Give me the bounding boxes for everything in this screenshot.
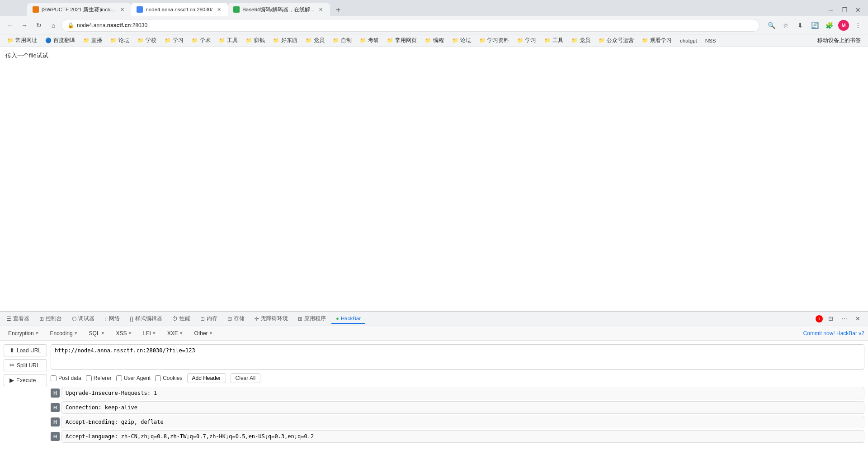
user-agent-checkbox-label[interactable]: User Agent (116, 375, 151, 381)
devtools-tab-performance[interactable]: ⏱ 性能 (168, 313, 195, 324)
devtools-tab-console[interactable]: ⊞ 控制台 (35, 313, 66, 324)
devtools-close-button[interactable]: ✕ (852, 313, 863, 325)
home-button[interactable]: ⌂ (47, 19, 60, 32)
devtools-more-button[interactable]: ⋯ (838, 313, 850, 325)
url-input[interactable] (51, 344, 864, 370)
bookmark-item-6[interactable]: 📁 学术 (188, 36, 214, 45)
devtools-tab-hackbar[interactable]: ● HackBar (331, 314, 365, 324)
bookmark-item-15[interactable]: 📁 论坛 (448, 36, 475, 45)
header-input-2[interactable] (61, 416, 864, 428)
referer-checkbox-label[interactable]: Referer (86, 375, 112, 381)
bookmark-item-20[interactable]: 📁 公众号运营 (595, 36, 637, 45)
lens-button[interactable]: 🔍 (765, 19, 778, 32)
tab-base64[interactable]: Base64编码/解码器，在线解... ✕ (228, 3, 330, 16)
bookmark-label-18: 工具 (552, 37, 563, 44)
header-input-0[interactable] (61, 387, 864, 399)
close-button[interactable]: ✕ (852, 4, 864, 16)
tab-close-1[interactable]: ✕ (118, 6, 126, 13)
bookmark-item-21[interactable]: 📁 观看学习 (638, 36, 675, 45)
cookies-checkbox-label[interactable]: Cookies (155, 375, 182, 381)
forward-button[interactable]: → (18, 19, 31, 32)
profile-area[interactable]: M (837, 19, 850, 32)
bookmark-label-22: chatgpt (680, 38, 697, 43)
devtools-tab-memory[interactable]: ⊡ 内存 (196, 313, 222, 324)
bookmark-item-17[interactable]: 📁 学习 (514, 36, 540, 45)
bookmark-label-12: 考研 (368, 37, 379, 44)
cookies-checkbox[interactable] (155, 375, 161, 381)
devtools-tab-storage[interactable]: ⊟ 存储 (223, 313, 249, 324)
restore-button[interactable]: ❐ (838, 4, 851, 16)
lfi-arrow: ▼ (152, 331, 156, 336)
console-icon: ⊞ (39, 316, 44, 322)
hackbar-menu-xxe[interactable]: XXE ▼ (163, 328, 188, 338)
more-button[interactable]: ⋮ (852, 19, 864, 32)
style-editor-icon: {} (130, 316, 133, 322)
sql-label: SQL (89, 330, 100, 337)
bookmark-item-3[interactable]: 📁 论坛 (107, 36, 133, 45)
star-button[interactable]: ☆ (779, 19, 792, 32)
hackbar-menu-lfi[interactable]: LFI ▼ (138, 328, 160, 338)
devtools-tab-debugger[interactable]: ⬡ 调试器 (67, 313, 99, 324)
hackbar-menu-sql[interactable]: SQL ▼ (85, 328, 110, 338)
hackbar-menu-other[interactable]: Other ▼ (190, 328, 218, 338)
bookmark-item-8[interactable]: 📁 赚钱 (242, 36, 269, 45)
extensions-button[interactable]: 🧩 (823, 19, 835, 32)
hackbar-menu-xss[interactable]: XSS ▼ (111, 328, 137, 338)
header-row-2: H (51, 416, 864, 428)
devtools-tab-accessibility[interactable]: ✛ 无障碍环境 (250, 313, 292, 324)
header-input-1[interactable] (61, 401, 864, 414)
post-data-checkbox[interactable] (51, 375, 57, 381)
download-button[interactable]: ⬇ (794, 19, 807, 32)
bookmark-item-13[interactable]: 📁 常用网页 (383, 36, 420, 45)
hackbar-menu-encoding[interactable]: Encoding ▼ (46, 328, 83, 338)
hackbar-menu-encryption[interactable]: Encryption ▼ (4, 328, 44, 338)
bookmark-item-4[interactable]: 📁 学校 (134, 36, 160, 45)
bookmark-folder-icon-9: 📁 (273, 38, 279, 43)
new-tab-button[interactable]: + (332, 4, 344, 16)
minimize-button[interactable]: ─ (825, 4, 837, 16)
referer-checkbox[interactable] (86, 375, 92, 381)
bookmark-item-22[interactable]: chatgpt (676, 37, 701, 44)
bookmark-item-18[interactable]: 📁 工具 (541, 36, 567, 45)
clear-all-button[interactable]: Clear All (231, 373, 261, 383)
bookmark-item-23[interactable]: NSS (702, 37, 720, 44)
split-url-button[interactable]: ✂ Split URL (4, 359, 47, 371)
add-header-button[interactable]: Add Header (187, 373, 226, 383)
hackbar-commit-link[interactable]: Commit now! HackBar v2 (803, 330, 864, 337)
devtools-tab-style-editor[interactable]: {} 样式编辑器 (125, 313, 167, 324)
bookmark-label-4: 学校 (146, 37, 156, 44)
bookmark-item-16[interactable]: 📁 学习资料 (476, 36, 513, 45)
mobile-bookmarks-link[interactable]: 移动设备上的书签 (814, 36, 864, 45)
bookmark-item-0[interactable]: 📁 常用网址 (4, 36, 41, 45)
tab-node4[interactable]: node4.anna.nssctf.cn:28030/ ✕ (131, 3, 228, 16)
bookmark-item-10[interactable]: 📁 党员 (302, 36, 328, 45)
back-button[interactable]: ← (4, 19, 16, 32)
bookmark-item-19[interactable]: 📁 党员 (568, 36, 594, 45)
bookmark-item-14[interactable]: 📁 编程 (421, 36, 448, 45)
execute-button[interactable]: ▶ Execute (4, 374, 47, 386)
load-url-button[interactable]: ⬆ Load URL (4, 344, 47, 356)
post-data-checkbox-label[interactable]: Post data (51, 375, 81, 381)
tab-close-2[interactable]: ✕ (215, 6, 222, 13)
browser-frame: [SWPUCTF 2021 新生赛]inclu... ✕ node4.anna.… (0, 0, 868, 474)
bookmark-item-1[interactable]: 🔵 百度翻译 (42, 36, 79, 45)
devtools-controls: 1 ⊡ ⋯ ✕ (816, 313, 866, 325)
user-agent-checkbox[interactable] (116, 375, 122, 381)
bookmark-item-5[interactable]: 📁 学习 (161, 36, 187, 45)
tab-close-3[interactable]: ✕ (317, 6, 325, 13)
bookmark-item-11[interactable]: 📁 自制 (329, 36, 355, 45)
address-bar[interactable]: 🔒 node4.anna.nssctf.cn:28030 (61, 19, 760, 32)
bookmark-item-7[interactable]: 📁 工具 (215, 36, 241, 45)
bookmark-item-9[interactable]: 📁 好东西 (269, 36, 301, 45)
devtools-undock-button[interactable]: ⊡ (825, 313, 836, 325)
header-input-3[interactable] (61, 430, 864, 443)
devtools-tab-network[interactable]: ↕ 网络 (100, 313, 124, 324)
devtools-tab-inspect[interactable]: ☰ 查看器 (2, 313, 34, 324)
bookmark-item-2[interactable]: 📁 直播 (80, 36, 106, 45)
bookmark-item-12[interactable]: 📁 考研 (356, 36, 382, 45)
bookmark-folder-icon-0: 📁 (7, 38, 14, 43)
sync-button[interactable]: 🔄 (808, 19, 821, 32)
tab-swpuctf[interactable]: [SWPUCTF 2021 新生赛]inclu... ✕ (27, 3, 131, 16)
devtools-tab-app[interactable]: ⊞ 应用程序 (293, 313, 330, 324)
reload-button[interactable]: ↻ (33, 19, 45, 32)
